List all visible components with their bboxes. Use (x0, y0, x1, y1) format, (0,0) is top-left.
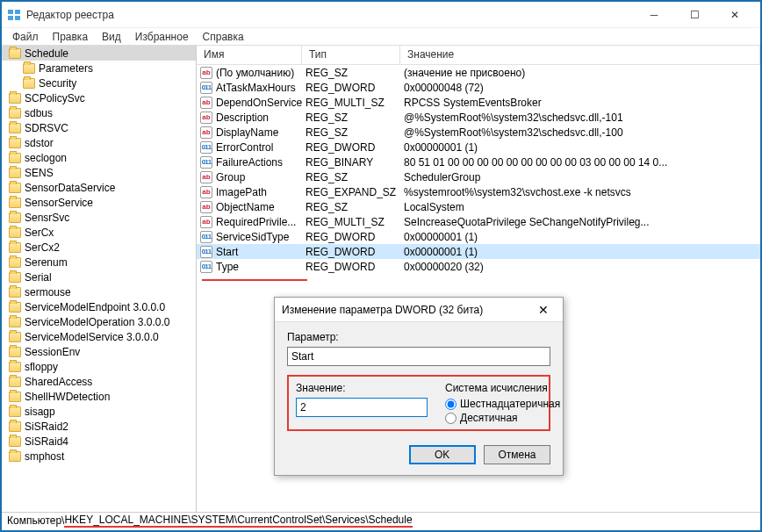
col-name[interactable]: Имя (197, 46, 302, 64)
cell-name: Start (197, 246, 302, 258)
menu-view[interactable]: Вид (97, 29, 126, 45)
tree-item[interactable]: ServiceModelOperation 3.0.0.0 (2, 314, 196, 329)
tree-item[interactable]: ServiceModelEndpoint 3.0.0.0 (2, 299, 196, 314)
table-row[interactable]: GroupREG_SZSchedulerGroup (197, 169, 760, 184)
cell-type: REG_DWORD (302, 261, 400, 273)
tree-item-label: SDRSVC (25, 122, 68, 134)
titlebar: Редактор реестра ─ ☐ ✕ (2, 2, 760, 28)
value-input[interactable] (296, 398, 428, 417)
cell-value: 80 51 01 00 00 00 00 00 00 00 00 00 03 0… (400, 156, 760, 169)
tree-item[interactable]: SerCx (2, 225, 196, 240)
tree-item-label: SiSRaid2 (25, 421, 68, 433)
tree-item[interactable]: SessionEnv (2, 344, 196, 359)
folder-icon (9, 138, 21, 148)
tree-item[interactable]: SensorDataService (2, 180, 196, 195)
table-row[interactable]: FailureActionsREG_BINARY80 51 01 00 00 0… (197, 155, 760, 169)
cell-type: REG_MULTI_SZ (302, 97, 400, 109)
tree-item-label: ShellHWDetection (25, 391, 110, 403)
ok-button[interactable]: OK (409, 445, 476, 464)
string-icon (200, 111, 212, 124)
list-header: Имя Тип Значение (197, 46, 760, 65)
tree-item[interactable]: sisagp (2, 404, 196, 419)
table-row[interactable]: DisplayNameREG_SZ@%SystemRoot%\system32\… (197, 125, 760, 140)
radio-dec[interactable]: Десятичная (445, 412, 560, 424)
tree-item[interactable]: SensrSvc (2, 210, 196, 225)
close-button[interactable]: ✕ (715, 2, 755, 28)
string-icon (200, 126, 212, 139)
tree-item[interactable]: ServiceModelService 3.0.0.0 (2, 329, 196, 344)
table-row[interactable]: (По умолчанию)REG_SZ(значение не присвое… (197, 65, 760, 80)
table-row[interactable]: ServiceSidTypeREG_DWORD0x00000001 (1) (197, 229, 760, 244)
col-value[interactable]: Значение (400, 46, 760, 64)
cell-value: SchedulerGroup (400, 171, 760, 183)
string-icon (200, 97, 212, 109)
folder-icon (9, 93, 21, 104)
tree-item[interactable]: SensorService (2, 195, 196, 210)
tree-item[interactable]: SCPolicySvc (2, 90, 196, 105)
table-row[interactable]: DependOnServiceREG_MULTI_SZRPCSS SystemE… (197, 95, 760, 110)
dialog-titlebar[interactable]: Изменение параметра DWORD (32 бита) ✕ (275, 298, 563, 322)
table-row[interactable]: StartREG_DWORD0x00000001 (1) (197, 244, 760, 259)
table-row[interactable]: ImagePathREG_EXPAND_SZ%systemroot%\syste… (197, 184, 760, 199)
tree-item[interactable]: seclogon (2, 150, 196, 165)
tree-item[interactable]: SENS (2, 165, 196, 180)
table-row[interactable]: ObjectNameREG_SZLocalSystem (197, 199, 760, 214)
dialog-close-button[interactable]: ✕ (531, 298, 556, 322)
tree-item[interactable]: sermouse (2, 284, 196, 299)
dialog-buttons: OK Отмена (275, 440, 563, 475)
dword-icon (200, 261, 212, 273)
tree-item-label: ServiceModelOperation 3.0.0.0 (25, 316, 169, 328)
dword-icon (200, 141, 212, 154)
tree-item[interactable]: sfloppy (2, 359, 196, 374)
tree-item[interactable]: SharedAccess (2, 374, 196, 389)
tree-item[interactable]: sdbus (2, 105, 196, 120)
cell-type: REG_DWORD (302, 82, 400, 94)
menu-edit[interactable]: Правка (47, 29, 94, 45)
folder-icon (9, 257, 21, 268)
menu-help[interactable]: Справка (198, 29, 249, 45)
tree-item-label: SENS (25, 167, 54, 179)
folder-icon (9, 198, 21, 208)
tree-panel[interactable]: ScheduleParametersSecuritySCPolicySvcsdb… (2, 46, 197, 512)
dword-icon (200, 231, 212, 243)
menu-favorites[interactable]: Избранное (130, 29, 194, 45)
tree-item[interactable]: SDRSVC (2, 120, 196, 135)
radio-hex-input[interactable] (445, 399, 456, 410)
maximize-button[interactable]: ☐ (674, 2, 715, 28)
folder-icon (9, 377, 21, 387)
minimize-button[interactable]: ─ (634, 2, 674, 28)
tree-item[interactable]: SiSRaid2 (2, 419, 196, 434)
table-row[interactable]: RequiredPrivile...REG_MULTI_SZSeIncrease… (197, 214, 760, 229)
cell-name: ObjectName (197, 201, 302, 213)
tree-item[interactable]: SerCx2 (2, 240, 196, 255)
tree-item-label: seclogon (25, 152, 67, 164)
tree-item[interactable]: sdstor (2, 135, 196, 150)
table-row[interactable]: AtTaskMaxHoursREG_DWORD0x00000048 (72) (197, 80, 760, 95)
svg-rect-3 (15, 16, 20, 20)
tree-item-label: SensorService (25, 197, 93, 209)
table-row[interactable]: TypeREG_DWORD0x00000020 (32) (197, 259, 760, 274)
table-row[interactable]: ErrorControlREG_DWORD0x00000001 (1) (197, 140, 760, 155)
tree-item[interactable]: SiSRaid4 (2, 434, 196, 449)
cancel-button[interactable]: Отмена (484, 445, 550, 464)
tree-item[interactable]: Parameters (2, 61, 196, 75)
folder-icon (9, 332, 21, 342)
tree-item[interactable]: ShellHWDetection (2, 389, 196, 404)
radio-dec-input[interactable] (445, 413, 456, 424)
menu-file[interactable]: Файл (7, 29, 44, 45)
tree-item[interactable]: Serial (2, 270, 196, 284)
tree-item[interactable]: smphost (2, 449, 196, 464)
cell-type: REG_SZ (302, 67, 400, 79)
cell-name: FailureActions (197, 156, 302, 169)
table-row[interactable]: DescriptionREG_SZ@%SystemRoot%\system32\… (197, 110, 760, 125)
cell-value: @%SystemRoot%\system32\schedsvc.dll,-100 (400, 126, 760, 139)
col-type[interactable]: Тип (302, 46, 400, 64)
tree-item[interactable]: Schedule (2, 46, 196, 61)
string-icon (200, 67, 212, 79)
param-field[interactable] (287, 347, 550, 366)
tree-item[interactable]: Serenum (2, 255, 196, 270)
tree-item[interactable]: Security (2, 75, 196, 90)
annotation-underline-start (202, 279, 307, 281)
folder-icon (23, 63, 35, 74)
radio-hex[interactable]: Шестнадцатеричная (445, 398, 560, 410)
